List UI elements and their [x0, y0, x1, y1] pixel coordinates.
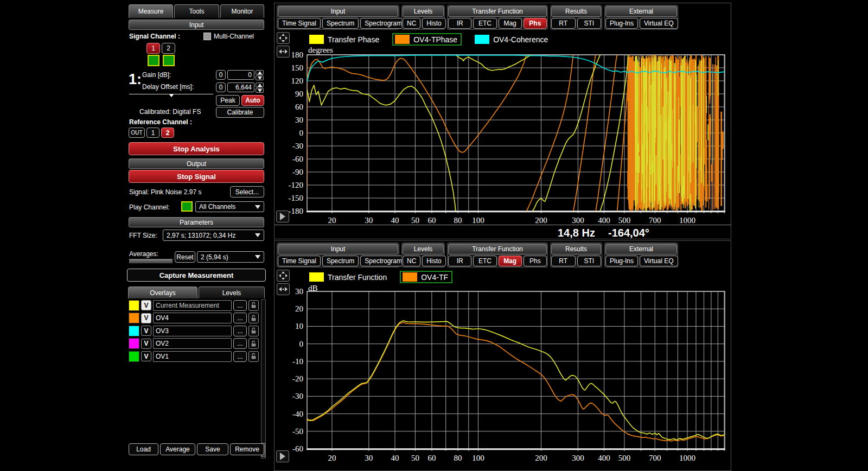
delay-zero-button[interactable]: 0 [216, 82, 226, 92]
overlay-options-button[interactable]: ... [233, 338, 247, 349]
overlay-scrollbar[interactable] [261, 300, 266, 459]
tab-levels[interactable]: Levels [199, 287, 265, 298]
stop-analysis-button[interactable]: Stop Analysis [129, 142, 264, 155]
spectrum-button[interactable]: Spectrum [322, 18, 359, 29]
sti-button[interactable]: STI [577, 256, 602, 266]
etc-button[interactable]: ETC [473, 256, 496, 266]
mag-button[interactable]: Mag [499, 18, 522, 29]
legend-item-ov4-tphase[interactable]: OV4-TPhase [392, 33, 462, 46]
overlay-visibility-toggle[interactable]: V [141, 339, 151, 349]
overlay-name-field[interactable]: OV1 [153, 351, 232, 362]
tab-tools[interactable]: Tools [174, 4, 219, 18]
averages-dropdown[interactable]: 2 (5,94 s) [197, 251, 264, 263]
overlay-options-button[interactable]: ... [233, 351, 247, 362]
overlay-visibility-toggle[interactable]: V [141, 300, 151, 310]
nc-button[interactable]: NC [403, 18, 420, 29]
histo-button[interactable]: Histo [422, 256, 445, 266]
magnitude-chart[interactable]: 3020100-10-20-30-40-50-60203040506080100… [275, 287, 731, 470]
ir-button[interactable]: IR [448, 256, 471, 266]
reference-2-button[interactable]: 2 [161, 128, 174, 138]
gain-spin-up-button[interactable] [256, 70, 264, 75]
lock-icon[interactable] [248, 300, 259, 311]
calibrate-button[interactable]: Calibrate [216, 107, 264, 118]
tab-overlays[interactable]: Overlays [128, 287, 197, 298]
phase-chart[interactable]: 1801501209060300-30-60-90-120-150-180203… [275, 48, 731, 225]
pan-icon[interactable] [277, 270, 290, 282]
plug-ins-button[interactable]: Plug-Ins [605, 18, 638, 29]
lock-icon[interactable] [248, 326, 259, 336]
nc-button[interactable]: NC [403, 256, 420, 266]
stop-signal-button[interactable]: Stop Signal [129, 170, 264, 183]
overlay-options-button[interactable]: ... [233, 313, 247, 323]
select-signal-button[interactable]: Select... [230, 186, 264, 198]
ir-button[interactable]: IR [448, 18, 471, 29]
svg-text:-50: -50 [292, 427, 303, 436]
delay-spin-down-button[interactable] [256, 88, 264, 93]
spectrogram-button[interactable]: Spectrogram [360, 18, 406, 29]
gain-zero-button[interactable]: 0 [216, 70, 226, 80]
overlay-visibility-toggle[interactable]: V [141, 313, 151, 323]
etc-button[interactable]: ETC [473, 18, 496, 29]
mag-button[interactable]: Mag [499, 256, 522, 266]
play-channel-dropdown[interactable]: All Channels [195, 201, 264, 212]
fft-size-dropdown[interactable]: 2,97 s; 131072; 0,34 Hz [163, 230, 264, 241]
overlay-name-field[interactable]: OV2 [153, 338, 232, 349]
signal-channel-1-button[interactable]: 1 [146, 43, 160, 54]
rt-button[interactable]: RT [551, 18, 576, 29]
pan-icon[interactable] [277, 32, 290, 44]
play-cursor-icon[interactable] [276, 450, 289, 462]
plug-ins-button[interactable]: Plug-Ins [605, 256, 638, 266]
spectrogram-button[interactable]: Spectrogram [360, 256, 406, 266]
overlay-visibility-toggle[interactable]: V [141, 351, 151, 361]
overlay-visibility-toggle[interactable]: V [141, 326, 151, 336]
overlay-name-field[interactable]: OV3 [153, 326, 232, 336]
delay-spin-up-button[interactable] [256, 82, 264, 87]
virtual-eq-button[interactable]: Virtual EQ [640, 18, 678, 29]
phs-button[interactable]: Phs [524, 256, 547, 266]
legend-item-transfer-function[interactable]: Transfer Function [307, 271, 389, 283]
lock-icon[interactable] [248, 313, 259, 323]
overlay-color-swatch[interactable] [129, 326, 139, 336]
tab-measure[interactable]: Measure [129, 4, 173, 18]
overlay-name-field[interactable]: OV4 [153, 313, 232, 323]
histo-button[interactable]: Histo [422, 18, 445, 29]
save-button[interactable]: Save [197, 443, 228, 455]
virtual-eq-button[interactable]: Virtual EQ [640, 256, 678, 266]
lock-icon[interactable] [248, 351, 259, 362]
legend-item-transfer-phase[interactable]: Transfer Phase [307, 34, 381, 45]
gain-spin-down-button[interactable] [256, 75, 264, 80]
signal-channel-2-button[interactable]: 2 [162, 43, 175, 54]
multi-channel-checkbox[interactable] [203, 33, 211, 40]
overlay-options-button[interactable]: ... [233, 326, 247, 336]
overlay-color-swatch[interactable] [129, 313, 139, 323]
delay-value-field[interactable]: 6,644 [227, 82, 254, 92]
capture-measurement-button[interactable]: Capture Measurement [127, 269, 266, 282]
sti-button[interactable]: STI [577, 18, 602, 29]
legend-item-ov4-coherence[interactable]: OV4-Coherence [473, 34, 550, 45]
auto-button[interactable]: Auto [241, 95, 264, 106]
reset-averages-button[interactable]: Reset [175, 251, 195, 263]
tab-monitor[interactable]: Monitor [220, 4, 264, 18]
overlay-options-button[interactable]: ... [233, 300, 247, 311]
peak-button[interactable]: Peak [216, 95, 240, 106]
legend-item-ov4-tf[interactable]: OV4-TF [400, 271, 452, 283]
reference-1-button[interactable]: 1 [146, 128, 159, 138]
svg-text:150: 150 [291, 63, 304, 72]
overlay-color-swatch[interactable] [129, 300, 139, 311]
average-button[interactable]: Average [160, 443, 195, 455]
time-signal-button[interactable]: Time Signal [278, 256, 321, 266]
play-cursor-icon[interactable] [276, 211, 289, 222]
phs-button[interactable]: Phs [524, 18, 547, 29]
remove-button[interactable]: Remove [230, 443, 264, 455]
spectrum-button[interactable]: Spectrum [322, 256, 359, 266]
overlay-name-field[interactable]: Current Measurement [153, 300, 232, 311]
lock-icon[interactable] [248, 338, 259, 349]
svg-text:300: 300 [572, 454, 584, 462]
overlay-color-swatch[interactable] [129, 338, 139, 349]
load-button[interactable]: Load [129, 443, 158, 455]
time-signal-button[interactable]: Time Signal [278, 18, 321, 29]
gain-value-field[interactable]: 0 [227, 70, 254, 80]
rt-button[interactable]: RT [551, 256, 576, 266]
overlay-color-swatch[interactable] [129, 351, 139, 362]
reference-out-button[interactable]: OUT [129, 128, 145, 138]
